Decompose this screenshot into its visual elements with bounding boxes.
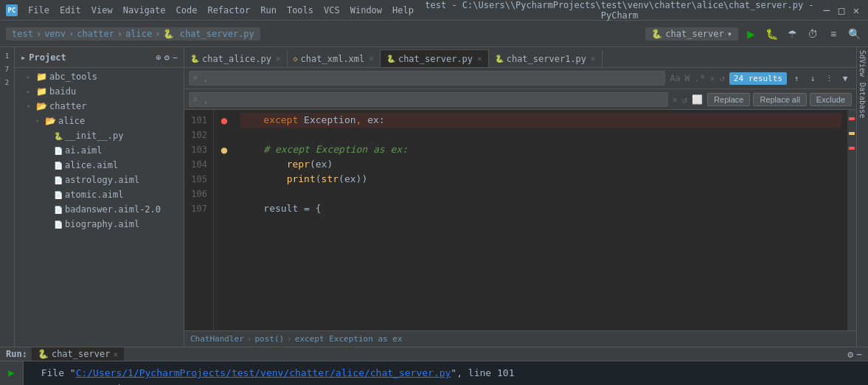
replace-button[interactable]: Replace <box>707 93 750 106</box>
code-editor[interactable]: 101 102 103 104 105 106 107 ● ● <box>184 110 856 330</box>
replace-close-icon[interactable]: ✕ <box>671 93 679 106</box>
tab-chat-server[interactable]: 🐍 chat_server.py ✕ <box>381 49 489 67</box>
project-expand-icon[interactable]: ▸ <box>21 52 26 63</box>
window-title: test - C:\Users\\PycharmProjects\test\ve… <box>424 0 815 21</box>
menu-edit[interactable]: Edit <box>55 4 86 17</box>
close-button[interactable]: ✕ <box>850 4 862 16</box>
tab-chat-server1[interactable]: 🐍 chat_server1.py ✕ <box>489 49 603 67</box>
tree-item-alice-aiml[interactable]: 📄 alice.aiml <box>15 158 184 173</box>
right-scroll-minimap[interactable] <box>847 110 856 330</box>
run-tab-close[interactable]: ✕ <box>113 350 118 359</box>
menu-refactor[interactable]: Refactor <box>203 4 254 17</box>
menu-run[interactable]: Run <box>256 4 281 17</box>
menu-file[interactable]: File <box>24 4 54 17</box>
tab-close-icon[interactable]: ✕ <box>477 54 482 63</box>
tab-chat-xml[interactable]: ◇ chat_xml.xml ✕ <box>288 49 381 67</box>
minimize-button[interactable]: ─ <box>821 4 833 16</box>
menu-navigate[interactable]: Navigate <box>119 4 170 17</box>
replace-refresh-icon[interactable]: ↺ <box>681 93 689 106</box>
search-prev-button[interactable]: ↑ <box>790 72 803 85</box>
menu-tools[interactable]: Tools <box>282 4 318 17</box>
menu-window[interactable]: Window <box>346 4 386 17</box>
tree-item-alice[interactable]: ▾ 📂 alice <box>15 114 184 128</box>
run-label: Run: <box>6 349 27 359</box>
project-add-icon[interactable]: ⊕ <box>156 52 161 63</box>
breadcrumb-test[interactable]: test <box>12 29 33 39</box>
run-minimize-icon[interactable]: − <box>856 349 862 360</box>
search-button[interactable]: 🔍 <box>846 26 862 42</box>
tree-label: atomic.aiml <box>65 190 123 200</box>
sidebar-favorites-icon[interactable]: 2 <box>1 77 13 89</box>
tree-item-biography[interactable]: 📄 biography.aiml <box>15 217 184 232</box>
close-search-icon[interactable]: ✕ <box>708 72 716 85</box>
menu-code[interactable]: Code <box>172 4 202 17</box>
run-button[interactable]: ▶ <box>743 26 759 42</box>
breadcrumb-chatter[interactable]: chatter <box>77 29 114 39</box>
tree-item-ai-aiml[interactable]: 📄 ai.aiml <box>15 143 184 158</box>
settings-button[interactable]: ≡ <box>825 26 841 42</box>
menu-view[interactable]: View <box>87 4 117 17</box>
aiml-file-icon: 📄 <box>54 206 63 214</box>
tree-item-astrology[interactable]: 📄 astrology.aiml <box>15 173 184 187</box>
run-tab-chat-server[interactable]: 🐍 chat_server ✕ <box>32 347 124 361</box>
code-content[interactable]: except Exception, ex: # except Exception… <box>235 110 847 330</box>
project-minimize-icon[interactable]: − <box>173 52 178 63</box>
run-file-link[interactable]: C:/Users/1/PycharmProjects/test/venv/cha… <box>76 367 451 378</box>
coverage-button[interactable]: ☂ <box>784 26 800 42</box>
replace-input[interactable] <box>189 92 668 107</box>
match-case-icon[interactable]: Aa <box>668 72 681 85</box>
tab-chat-alice[interactable]: 🐍 chat_alice.py ✕ <box>184 49 288 67</box>
menu-vcs[interactable]: VCS <box>319 4 344 17</box>
breadcrumb-chathandler[interactable]: ChatHandler <box>190 334 244 344</box>
profile-button[interactable]: ⏱ <box>805 26 821 42</box>
breadcrumb-alice[interactable]: alice <box>125 29 152 39</box>
replace-expand-icon[interactable]: ⬜ <box>690 93 704 106</box>
tree-arrow: ▸ <box>27 88 34 95</box>
tree-item-init[interactable]: 🐍 __init__.py <box>15 128 184 143</box>
search-results-badge: 24 results <box>729 72 787 85</box>
sidebar-structure-icon[interactable]: 7 <box>1 63 13 75</box>
project-settings-icon[interactable]: ⚙ <box>164 52 170 63</box>
aiml-file-icon: 📄 <box>54 176 63 184</box>
tab-close-icon[interactable]: ✕ <box>369 54 374 63</box>
run-config-dropdown-icon[interactable]: ▾ <box>727 29 732 39</box>
refresh-icon[interactable]: ↺ <box>718 72 726 85</box>
menu-bar: File Edit View Navigate Code Refactor Ru… <box>24 4 418 17</box>
exclude-button[interactable]: Exclude <box>810 93 852 106</box>
menu-help[interactable]: Help <box>388 4 418 17</box>
tree-arrow: ▾ <box>35 117 43 125</box>
line-num-105: 105 <box>184 172 207 187</box>
project-breadcrumb[interactable]: test › venv › chatter › alice › 🐍 chat_s… <box>6 27 260 41</box>
search-multiline-icon[interactable]: ⋮ <box>822 72 836 85</box>
whole-word-icon[interactable]: W <box>684 72 692 85</box>
tree-item-atomic[interactable]: 📄 atomic.aiml <box>15 187 184 202</box>
run-output: File "C:/Users/1/PycharmProjects/test/ve… <box>24 361 868 385</box>
regex-icon[interactable]: .* <box>693 72 706 85</box>
run-play-button[interactable]: ▶ <box>4 364 20 381</box>
breadcrumb-except[interactable]: except Exception as ex <box>295 334 403 344</box>
debug-button[interactable]: 🐛 <box>763 26 780 42</box>
tree-item-badanswer[interactable]: 📄 badanswer.aiml-2.0 <box>15 202 184 217</box>
py-tab-icon: 🐍 <box>386 55 395 63</box>
tree-item-abc-tools[interactable]: ▸ 📁 abc_tools <box>15 69 184 84</box>
search-filter-icon[interactable]: ▼ <box>839 72 852 85</box>
sdview-icon[interactable]: SdView <box>858 50 867 77</box>
replace-row: ✕ ↺ ⬜ Replace Replace all Exclude <box>184 89 856 109</box>
run-configuration[interactable]: 🐍 chat_server ▾ <box>645 27 738 41</box>
tree-item-chatter[interactable]: ▾ 📂 chatter <box>15 99 184 114</box>
sidebar-project-icon[interactable]: 1 <box>1 50 13 62</box>
breadcrumb-venv[interactable]: venv <box>44 29 66 39</box>
breadcrumb-post[interactable]: post() <box>254 334 284 344</box>
database-icon[interactable]: Database <box>858 83 867 118</box>
tab-close-icon[interactable]: ✕ <box>591 54 596 63</box>
breadcrumb-file[interactable]: 🐍 chat_server.py <box>163 29 254 39</box>
tree-item-baidu[interactable]: ▸ 📁 baidu <box>15 84 184 99</box>
aiml-file-icon: 📄 <box>54 147 63 155</box>
maximize-button[interactable]: □ <box>836 4 847 16</box>
code-line-104: repr(ex) <box>240 157 841 172</box>
search-next-button[interactable]: ↓ <box>806 72 819 85</box>
tab-close-icon[interactable]: ✕ <box>276 54 281 63</box>
replace-all-button[interactable]: Replace all <box>753 93 806 106</box>
run-settings-icon[interactable]: ⚙ <box>847 349 853 360</box>
search-input[interactable] <box>189 71 665 86</box>
